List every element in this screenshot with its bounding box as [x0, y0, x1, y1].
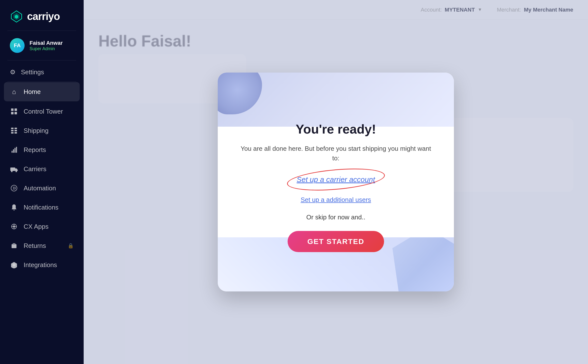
svg-point-21: [14, 210, 15, 211]
svg-rect-11: [15, 130, 17, 131]
sidebar-item-automation[interactable]: Automation: [0, 179, 84, 198]
modal-title: You're ready!: [296, 122, 376, 136]
sidebar-item-label: Returns: [24, 242, 46, 250]
automation-icon: [10, 184, 18, 192]
logo-text: carriyo: [27, 11, 60, 22]
svg-marker-25: [11, 262, 17, 268]
svg-rect-9: [11, 132, 14, 134]
svg-rect-7: [11, 128, 14, 129]
svg-rect-17: [10, 167, 15, 171]
carriyo-logo-icon: [10, 10, 23, 23]
svg-point-19: [15, 171, 17, 172]
integrations-icon: [10, 261, 18, 269]
logo-container: carriyo: [0, 0, 84, 30]
svg-rect-10: [15, 128, 17, 129]
cx-apps-icon: [10, 222, 18, 231]
modal-subtitle: You are all done here. But before you st…: [237, 144, 434, 163]
sidebar-item-label: Automation: [24, 184, 56, 192]
user-profile: FA Faisal Anwar Super Admin: [0, 31, 84, 60]
sidebar: carriyo FA Faisal Anwar Super Admin ⚙ Se…: [0, 0, 84, 364]
modal: You're ready! You are all done here. But…: [218, 73, 454, 291]
sidebar-item-label: Shipping: [24, 127, 48, 135]
home-icon: ⌂: [10, 88, 18, 96]
settings-icon: ⚙: [10, 68, 15, 76]
sidebar-item-label: Control Tower: [24, 108, 63, 115]
sidebar-item-returns[interactable]: Returns 🔒: [0, 236, 84, 255]
sidebar-item-carriers[interactable]: Carriers: [0, 159, 84, 179]
carrier-account-link[interactable]: Set up a carrier account: [297, 175, 375, 184]
sidebar-item-label: Reports: [24, 146, 46, 154]
user-role: Super Admin: [30, 46, 63, 51]
additional-users-link[interactable]: Set up a additional users: [301, 196, 371, 204]
sidebar-item-label: CX Apps: [24, 223, 48, 230]
modal-content: You're ready! You are all done here. But…: [218, 73, 454, 291]
sidebar-item-label: Integrations: [24, 261, 57, 269]
sidebar-item-reports[interactable]: Reports: [0, 140, 84, 159]
sidebar-item-control-tower[interactable]: Control Tower: [0, 102, 84, 121]
control-tower-icon: [10, 107, 18, 116]
sidebar-item-label: Settings: [21, 68, 44, 76]
svg-rect-12: [15, 132, 17, 134]
carriers-icon: [10, 165, 18, 173]
sidebar-item-label: Carriers: [24, 165, 46, 173]
svg-rect-24: [12, 244, 16, 248]
svg-rect-8: [11, 130, 14, 131]
modal-skip-text: Or skip for now and..: [306, 213, 365, 221]
main-content: Account: MYTENANT ▼ Merchant: My Merchan…: [84, 0, 588, 364]
reports-icon: [10, 146, 18, 154]
sidebar-item-cx-apps[interactable]: CX Apps: [0, 217, 84, 236]
modal-overlay: You're ready! You are all done here. But…: [84, 0, 588, 364]
sidebar-item-integrations[interactable]: Integrations: [0, 255, 84, 274]
lock-icon: 🔒: [68, 243, 74, 249]
returns-icon: [10, 242, 18, 250]
get-started-button[interactable]: GET STARTED: [288, 231, 384, 252]
sidebar-item-settings[interactable]: ⚙ Settings: [0, 63, 84, 81]
sidebar-divider-3: [7, 81, 76, 82]
notifications-icon: [10, 203, 18, 212]
nav-menu: ⚙ Settings ⌂ Home Control Tower Shipping…: [0, 61, 84, 364]
svg-point-18: [11, 171, 13, 172]
svg-rect-4: [15, 108, 17, 111]
svg-rect-16: [16, 147, 17, 153]
svg-point-23: [13, 226, 15, 228]
svg-rect-14: [13, 149, 14, 153]
svg-rect-3: [11, 108, 14, 111]
svg-rect-6: [15, 112, 17, 114]
shipping-icon: [10, 126, 18, 135]
svg-rect-15: [15, 148, 15, 153]
user-info: Faisal Anwar Super Admin: [30, 40, 63, 51]
sidebar-item-label: Notifications: [24, 204, 59, 211]
sidebar-item-shipping[interactable]: Shipping: [0, 121, 84, 140]
carrier-link-wrapper: Set up a carrier account: [297, 175, 375, 184]
sidebar-item-label: Home: [24, 88, 41, 96]
svg-rect-5: [11, 112, 14, 114]
sidebar-item-notifications[interactable]: Notifications: [0, 198, 84, 217]
avatar: FA: [10, 38, 25, 53]
svg-rect-13: [12, 151, 13, 153]
user-name: Faisal Anwar: [30, 40, 63, 46]
sidebar-item-home[interactable]: ⌂ Home: [4, 82, 80, 101]
